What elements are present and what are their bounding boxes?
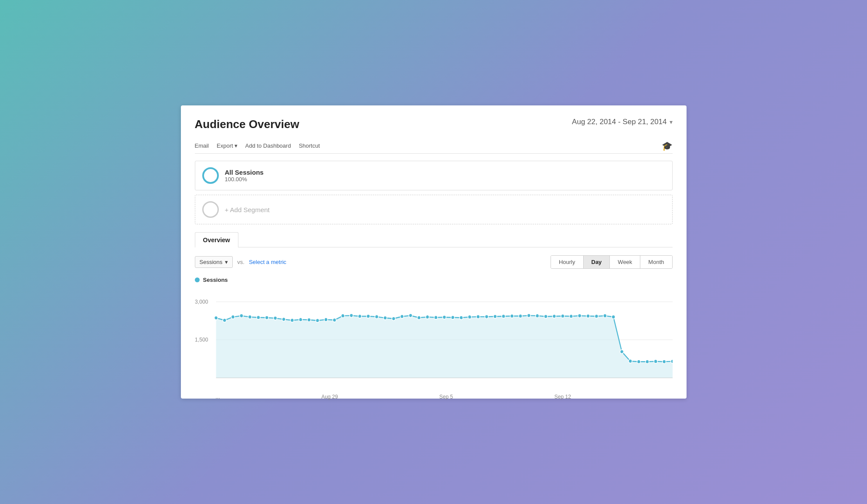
svg-point-19	[341, 314, 344, 318]
svg-point-50	[603, 314, 606, 318]
hourly-button[interactable]: Hourly	[551, 256, 583, 268]
svg-point-42	[535, 314, 539, 318]
export-chevron-icon: ▾	[235, 142, 238, 149]
svg-point-13	[290, 318, 294, 322]
svg-point-51	[612, 315, 615, 319]
x-label-sep5: Sep 5	[439, 394, 453, 400]
svg-point-5	[223, 318, 226, 322]
svg-point-10	[265, 316, 269, 320]
svg-point-21	[358, 315, 361, 318]
svg-point-55	[645, 360, 649, 364]
metric-row: Sessions ▾ vs. Select a metric Hourly Da…	[195, 255, 673, 269]
chart-legend: Sessions	[195, 277, 673, 283]
add-segment-circle-icon	[202, 201, 219, 218]
svg-point-53	[628, 359, 632, 363]
email-button[interactable]: Email	[195, 142, 209, 149]
tabs-row: Overview	[195, 232, 673, 247]
sessions-label: Sessions	[200, 259, 223, 265]
add-segment-label: + Add Segment	[225, 206, 270, 213]
svg-point-18	[333, 318, 336, 322]
page-title: Audience Overview	[195, 118, 299, 131]
y-label-1500: 1,500	[195, 337, 208, 343]
svg-point-22	[366, 315, 370, 318]
svg-point-34	[468, 315, 471, 319]
svg-point-25	[391, 317, 395, 321]
all-sessions-segment: All Sessions 100.00%	[195, 161, 673, 190]
svg-point-24	[383, 316, 387, 320]
svg-point-23	[375, 315, 378, 319]
export-button[interactable]: Export ▾	[217, 142, 238, 149]
svg-point-57	[662, 360, 666, 364]
vs-label: vs.	[237, 259, 245, 265]
date-range-selector[interactable]: Aug 22, 2014 - Sep 21, 2014 ▾	[572, 118, 672, 126]
svg-point-44	[552, 315, 556, 318]
month-button[interactable]: Month	[640, 256, 672, 268]
svg-point-46	[569, 315, 573, 318]
segment-info: All Sessions 100.00%	[225, 169, 264, 183]
tab-overview[interactable]: Overview	[195, 232, 238, 247]
svg-point-54	[637, 360, 640, 364]
svg-point-28	[417, 316, 421, 320]
svg-point-39	[510, 314, 513, 318]
svg-point-40	[518, 314, 522, 318]
svg-point-4	[214, 316, 218, 320]
svg-point-27	[408, 314, 412, 318]
svg-point-8	[248, 315, 252, 319]
analytics-card: Audience Overview Aug 22, 2014 - Sep 21,…	[181, 105, 687, 399]
svg-point-31	[442, 315, 446, 319]
svg-point-37	[493, 315, 496, 318]
svg-point-20	[349, 314, 353, 318]
svg-point-33	[459, 316, 463, 320]
day-button[interactable]: Day	[583, 256, 610, 268]
svg-point-49	[595, 315, 598, 318]
date-range-text: Aug 22, 2014 - Sep 21, 2014	[572, 118, 666, 126]
add-to-dashboard-button[interactable]: Add to Dashboard	[245, 142, 291, 149]
x-label-sep12: Sep 12	[554, 394, 571, 400]
svg-point-9	[256, 315, 260, 319]
svg-point-47	[578, 314, 581, 318]
svg-point-26	[400, 315, 404, 318]
shortcut-button[interactable]: Shortcut	[299, 142, 320, 149]
svg-point-38	[502, 315, 505, 318]
export-label: Export	[217, 142, 233, 149]
svg-point-15	[307, 318, 310, 322]
card-header: Audience Overview Aug 22, 2014 - Sep 21,…	[195, 118, 673, 131]
svg-point-35	[476, 315, 479, 319]
svg-point-32	[451, 315, 454, 319]
x-label-start: ...	[216, 394, 220, 400]
svg-point-17	[324, 318, 327, 321]
week-button[interactable]: Week	[609, 256, 640, 268]
svg-point-29	[425, 315, 429, 319]
svg-point-43	[544, 315, 547, 318]
svg-point-7	[239, 314, 243, 318]
svg-point-41	[527, 314, 530, 318]
svg-point-14	[299, 318, 302, 321]
chart-svg: 3,000 1,500	[195, 288, 673, 392]
sessions-dropdown[interactable]: Sessions ▾	[195, 256, 233, 268]
metric-left: Sessions ▾ vs. Select a metric	[195, 256, 286, 268]
period-buttons: Hourly Day Week Month	[551, 255, 673, 269]
chevron-down-icon: ▾	[670, 118, 673, 125]
chart-svg-wrap: 3,000 1,500	[195, 288, 673, 392]
svg-point-12	[282, 318, 285, 321]
svg-point-45	[561, 314, 564, 318]
x-labels: ... Aug 29 Sep 5 Sep 12	[195, 392, 673, 404]
graduation-cap-icon: 🎓	[662, 141, 673, 151]
add-segment-box[interactable]: + Add Segment	[195, 195, 673, 224]
x-label-aug29: Aug 29	[321, 394, 338, 400]
y-label-3000: 3,000	[195, 299, 208, 305]
select-metric-link[interactable]: Select a metric	[249, 259, 286, 265]
segment-circle-icon	[202, 167, 219, 184]
svg-point-11	[273, 316, 277, 320]
dropdown-arrow-icon: ▾	[225, 259, 228, 265]
chart-area: Sessions 3,000 1,500 ... Aug 29 Sep 5	[195, 277, 673, 399]
svg-point-56	[654, 359, 657, 363]
sessions-legend-dot	[195, 277, 200, 282]
segment-name: All Sessions	[225, 169, 264, 176]
svg-point-36	[485, 315, 488, 319]
toolbar: Email Export ▾ Add to Dashboard Shortcut…	[195, 138, 673, 154]
svg-point-52	[620, 350, 623, 354]
svg-point-30	[434, 315, 437, 319]
svg-point-48	[586, 314, 590, 318]
chart-legend-label: Sessions	[203, 277, 228, 283]
